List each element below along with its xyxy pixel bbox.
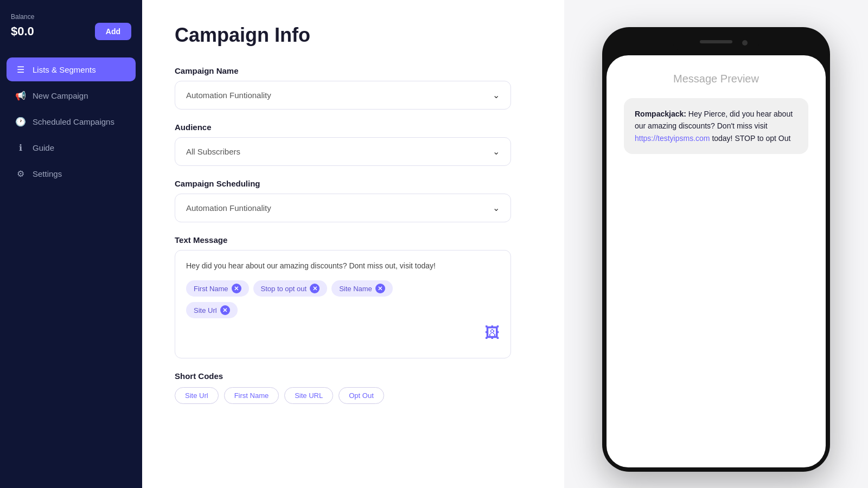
sidebar-item-settings[interactable]: ⚙ Settings — [7, 162, 136, 185]
balance-section: Balance $0.0 Add — [0, 0, 142, 49]
sidebar-item-lists-segments[interactable]: ☰ Lists & Segments — [7, 57, 136, 81]
settings-icon: ⚙ — [15, 168, 26, 179]
phone-screen: Message Preview Rompackjack: Hey Pierce,… — [607, 55, 826, 467]
audience-select[interactable]: All Subscribers ⌄ — [175, 137, 511, 166]
message-sender: Rompackjack: — [635, 110, 686, 118]
tag-stop-opt-out[interactable]: Stop to opt out ✕ — [253, 280, 328, 297]
text-message-label: Text Message — [175, 235, 532, 245]
scheduling-chevron-icon: ⌄ — [493, 203, 500, 213]
tag-site-name[interactable]: Site Name ✕ — [331, 280, 393, 297]
phone-camera — [742, 40, 748, 46]
campaign-name-value: Automation Funtionality — [186, 91, 271, 100]
sidebar-item-label-new-campaign: New Campaign — [33, 91, 88, 100]
preview-panel: Message Preview Rompackjack: Hey Pierce,… — [564, 0, 868, 488]
campaign-name-section: Campaign Name Automation Funtionality ⌄ — [175, 66, 532, 110]
sidebar-item-scheduled-campaigns[interactable]: 🕐 Scheduled Campaigns — [7, 110, 136, 133]
message-bubble: Rompackjack: Hey Pierce, did you hear ab… — [624, 98, 808, 154]
tag-stop-opt-out-label: Stop to opt out — [261, 285, 307, 293]
short-codes-section: Short Codes Site Url First Name Site URL… — [175, 371, 511, 404]
tag-site-url[interactable]: Site Url ✕ — [186, 302, 238, 318]
scheduled-campaigns-icon: 🕐 — [15, 116, 26, 127]
scheduling-label: Campaign Scheduling — [175, 179, 532, 188]
tags-row: First Name ✕ Stop to opt out ✕ Site Name… — [186, 280, 500, 297]
scheduling-value: Automation Funtionality — [186, 203, 271, 213]
balance-label: Balance — [11, 13, 131, 21]
tag-first-name[interactable]: First Name ✕ — [186, 280, 249, 297]
lists-segments-icon: ☰ — [15, 64, 26, 75]
phone-notch-area — [602, 27, 830, 51]
sidebar-item-label-lists-segments: Lists & Segments — [33, 65, 96, 74]
text-message-section: Text Message Hey did you hear about our … — [175, 235, 532, 358]
message-body-text: Hey did you hear about our amazing disco… — [186, 260, 500, 272]
guide-icon: ℹ — [15, 142, 26, 153]
sidebar-nav: ☰ Lists & Segments 📢 New Campaign 🕐 Sche… — [0, 57, 142, 185]
tag-site-url-label: Site Url — [194, 306, 217, 314]
sidebar-item-label-settings: Settings — [33, 169, 62, 178]
add-button[interactable]: Add — [95, 23, 131, 40]
short-codes-label: Short Codes — [175, 371, 511, 381]
campaign-name-label: Campaign Name — [175, 66, 532, 75]
tag-first-name-label: First Name — [194, 285, 228, 293]
audience-section: Audience All Subscribers ⌄ — [175, 123, 532, 166]
campaign-name-chevron-icon: ⌄ — [493, 90, 500, 100]
image-icon-area: 🖼 — [186, 324, 500, 342]
short-codes-row: Site Url First Name Site URL Opt Out — [175, 387, 511, 404]
page-title: Campaign Info — [175, 24, 532, 47]
audience-chevron-icon: ⌄ — [493, 146, 500, 157]
message-text-after-link: today! STOP to opt Out — [712, 134, 790, 143]
audience-value: All Subscribers — [186, 147, 240, 156]
sidebar-item-label-scheduled-campaigns: Scheduled Campaigns — [33, 117, 114, 126]
message-preview-label: Message Preview — [673, 73, 759, 85]
message-link[interactable]: https://testyipsms.com — [635, 134, 710, 143]
balance-amount: $0.0 — [11, 24, 34, 38]
phone-speaker — [700, 40, 732, 43]
short-code-site-url[interactable]: Site Url — [175, 387, 219, 404]
tag-site-name-remove[interactable]: ✕ — [375, 284, 385, 293]
text-message-box[interactable]: Hey did you hear about our amazing disco… — [175, 250, 511, 358]
short-code-first-name[interactable]: First Name — [224, 387, 279, 404]
scheduling-section: Campaign Scheduling Automation Funtional… — [175, 179, 532, 222]
short-code-site-url2[interactable]: Site URL — [284, 387, 333, 404]
sidebar-item-guide[interactable]: ℹ Guide — [7, 136, 136, 159]
phone-notch — [673, 36, 760, 51]
tags-row-2: Site Url ✕ — [186, 302, 500, 318]
sidebar: Balance $0.0 Add ☰ Lists & Segments 📢 Ne… — [0, 0, 142, 488]
new-campaign-icon: 📢 — [15, 90, 26, 101]
main-content: Campaign Info Campaign Name Automation F… — [142, 0, 564, 488]
tag-stop-opt-out-remove[interactable]: ✕ — [310, 284, 320, 293]
audience-label: Audience — [175, 123, 532, 132]
short-code-opt-out[interactable]: Opt Out — [339, 387, 384, 404]
phone-frame: Message Preview Rompackjack: Hey Pierce,… — [602, 27, 830, 472]
tag-site-url-remove[interactable]: ✕ — [220, 305, 230, 315]
scheduling-select[interactable]: Automation Funtionality ⌄ — [175, 194, 511, 222]
campaign-name-select[interactable]: Automation Funtionality ⌄ — [175, 81, 511, 110]
sidebar-item-new-campaign[interactable]: 📢 New Campaign — [7, 84, 136, 107]
image-upload-icon[interactable]: 🖼 — [484, 324, 500, 342]
tag-site-name-label: Site Name — [339, 285, 372, 293]
tag-first-name-remove[interactable]: ✕ — [232, 284, 241, 293]
sidebar-item-label-guide: Guide — [33, 143, 54, 152]
